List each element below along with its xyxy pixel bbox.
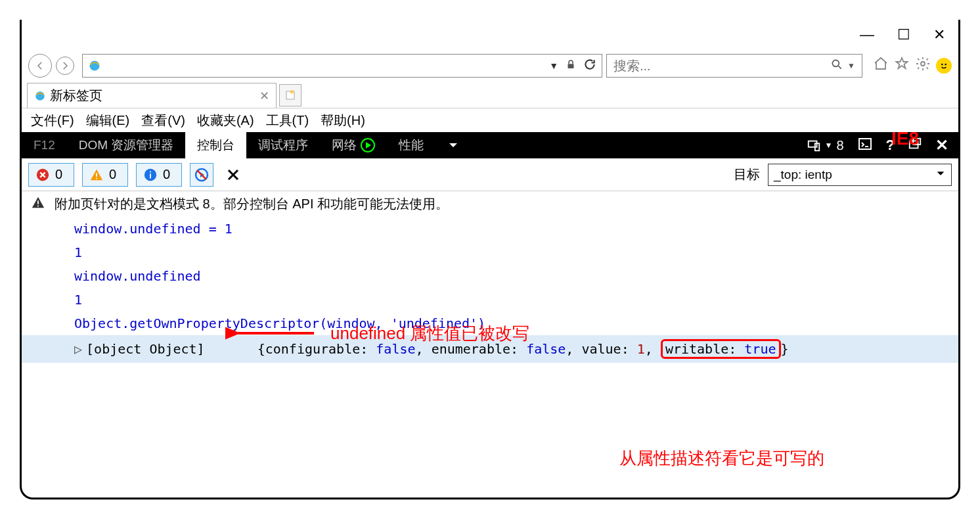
tab-title: 新标签页 xyxy=(50,87,259,104)
svg-rect-1 xyxy=(568,64,574,68)
svg-rect-8 xyxy=(290,91,294,94)
tab-debugger[interactable]: 调试程序 xyxy=(246,132,320,158)
back-button[interactable] xyxy=(28,54,52,78)
svg-point-4 xyxy=(942,64,943,64)
search-icon[interactable] xyxy=(830,58,843,74)
console-input-row: window.undefined xyxy=(22,264,958,288)
refresh-icon[interactable] xyxy=(583,58,596,74)
clear-button[interactable] xyxy=(221,163,245,187)
close-devtools-icon[interactable]: ✕ xyxy=(935,136,948,154)
svg-rect-21 xyxy=(37,200,39,204)
f12-label: F12 xyxy=(22,138,67,152)
window-titlebar: — ☐ ✕ xyxy=(22,20,958,49)
tab-network[interactable]: 网络 xyxy=(320,132,387,158)
console-input-row: window.undefined = 1 xyxy=(22,217,958,241)
warning-icon xyxy=(31,195,45,213)
search-bar[interactable]: ▼ xyxy=(606,54,862,78)
console-toolbar: 0 0 0 目标 _top: ientp xyxy=(22,158,958,191)
highlighted-property: writable: true xyxy=(661,339,781,359)
ie-logo-icon xyxy=(88,59,101,72)
warning-filter[interactable]: 0 xyxy=(82,163,128,187)
svg-rect-16 xyxy=(96,177,97,179)
error-count: 0 xyxy=(55,167,62,182)
annotation-arrow xyxy=(225,323,317,343)
close-button[interactable]: ✕ xyxy=(933,26,945,43)
tab-performance[interactable]: 性能 xyxy=(387,132,435,158)
chevron-down-icon xyxy=(935,168,946,182)
clear-on-navigate-button[interactable] xyxy=(190,163,213,187)
expand-icon[interactable]: ▷ xyxy=(74,341,82,357)
feedback-icon[interactable] xyxy=(936,58,952,74)
info-icon xyxy=(143,168,158,182)
svg-rect-15 xyxy=(96,173,97,177)
browser-tab[interactable]: 新标签页 ✕ xyxy=(27,83,277,108)
menu-help[interactable]: 帮助(H) xyxy=(317,110,369,131)
address-bar[interactable]: ▼ xyxy=(82,54,602,78)
svg-rect-22 xyxy=(37,206,39,207)
error-filter[interactable]: 0 xyxy=(28,163,74,187)
new-tab-button[interactable] xyxy=(279,84,301,106)
ie-logo-icon xyxy=(34,90,46,102)
console-warning-row: 附加页针对的是文档模式 8。部分控制台 API 和功能可能无法使用。 xyxy=(22,191,958,217)
info-count: 0 xyxy=(163,167,170,182)
minimize-button[interactable]: — xyxy=(860,26,874,43)
play-icon xyxy=(361,138,375,152)
dropdown-icon[interactable]: ▼ xyxy=(847,61,855,70)
warning-count: 0 xyxy=(109,167,116,182)
target-select[interactable]: _top: ientp xyxy=(768,164,952,186)
menu-bar: 文件(F) 编辑(E) 查看(V) 收藏夹(A) 工具(T) 帮助(H) xyxy=(22,108,958,132)
devtools-tab-bar: F12 DOM 资源管理器 控制台 调试程序 网络 性能 ▼ 8 ? ✕ xyxy=(22,132,958,158)
console-result-row: 1 xyxy=(22,288,958,312)
error-icon xyxy=(35,168,50,182)
svg-point-5 xyxy=(945,64,946,64)
tab-bar: 新标签页 ✕ xyxy=(22,82,958,108)
tab-close-button[interactable]: ✕ xyxy=(259,89,269,103)
menu-tools[interactable]: 工具(T) xyxy=(262,110,313,131)
menu-edit[interactable]: 编辑(E) xyxy=(82,110,134,131)
maximize-button[interactable]: ☐ xyxy=(897,26,910,43)
svg-point-3 xyxy=(921,62,925,66)
lock-icon xyxy=(565,58,577,73)
annotation-ie-version: IE8 xyxy=(891,128,919,149)
home-icon[interactable] xyxy=(873,56,889,76)
forward-button[interactable] xyxy=(56,57,74,75)
tab-overflow[interactable] xyxy=(435,132,471,158)
console-result-row: 1 xyxy=(22,241,958,264)
tab-dom-explorer[interactable]: DOM 资源管理器 xyxy=(67,132,186,158)
warning-icon xyxy=(89,168,104,182)
navigation-bar: ▼ ▼ xyxy=(22,49,958,82)
settings-icon[interactable] xyxy=(915,56,931,76)
tab-console[interactable]: 控制台 xyxy=(185,132,246,158)
console-toggle-icon[interactable] xyxy=(857,136,873,155)
info-filter[interactable]: 0 xyxy=(136,163,182,187)
search-input[interactable] xyxy=(613,58,830,74)
menu-favorites[interactable]: 收藏夹(A) xyxy=(193,110,258,131)
annotation-note-1: undefined 属性值已被改写 xyxy=(330,322,529,345)
emulation-icon[interactable]: ▼ 8 xyxy=(807,138,844,153)
object-label: [object Object] xyxy=(86,341,205,357)
svg-rect-19 xyxy=(150,171,151,172)
svg-rect-11 xyxy=(859,139,871,149)
toolbar-icons xyxy=(873,56,952,76)
target-label: 目标 xyxy=(734,166,760,183)
menu-file[interactable]: 文件(F) xyxy=(27,110,78,131)
dropdown-icon[interactable]: ▼ xyxy=(549,60,558,71)
annotation-note-2: 从属性描述符看它是可写的 xyxy=(619,447,824,470)
browser-window: — ☐ ✕ ▼ xyxy=(20,20,960,499)
warning-text: 附加页针对的是文档模式 8。部分控制台 API 和功能可能无法使用。 xyxy=(55,195,449,213)
menu-view[interactable]: 查看(V) xyxy=(137,110,189,131)
favorites-icon[interactable] xyxy=(894,56,910,76)
target-value: _top: ientp xyxy=(774,168,832,182)
svg-rect-18 xyxy=(150,174,151,178)
svg-point-2 xyxy=(832,60,839,66)
